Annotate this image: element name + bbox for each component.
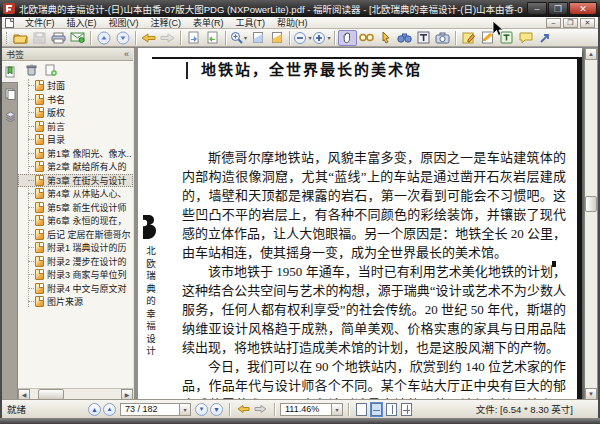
collapse-panel-icon[interactable]: « [124,50,129,59]
fit-visible-icon [271,31,283,44]
back-arrow-icon [141,32,156,44]
page-scan-border-top [152,57,582,59]
toolbar-separator [455,31,456,45]
note-comment-button[interactable] [459,30,478,46]
tab-bookmarks[interactable] [2,61,18,83]
facing-layout-button[interactable] [386,403,397,416]
bookmark-item[interactable]: 前言 [18,120,133,134]
forward-button[interactable] [158,30,177,46]
zoom-level-input[interactable]: 111.46% [280,403,332,416]
page-number-input[interactable]: 73 / 182 [120,403,180,416]
bookmark-item[interactable]: 附录4 中文与原文对 [18,282,133,296]
zoom-out-icon [293,31,307,45]
bookmark-item[interactable]: 书名 [18,93,133,107]
toolbar-separator [334,31,335,45]
forward-view-icon[interactable] [254,404,267,414]
open-folder-icon [13,32,28,44]
bookmark-item[interactable]: 附录1 瑞典设计的历 [18,241,133,255]
back-view-icon[interactable] [237,404,250,414]
previous-view-button[interactable] [94,30,113,46]
bookmark-item[interactable]: 第1章 像阳光、像水.. [18,147,133,161]
last-page-button[interactable]: ▼ [210,403,223,416]
back-button[interactable] [139,30,158,46]
maximize-button[interactable]: ❐ [548,2,568,15]
bookmark-page-icon [35,229,44,240]
print-button[interactable] [49,30,68,46]
select-text-button[interactable] [414,30,433,46]
toolbar-grip [6,32,9,44]
doc-restore-button[interactable]: ❐ [563,18,578,28]
menu-comment[interactable]: 注释(C) [145,16,188,29]
menu-file[interactable]: 文件(F) [19,16,61,29]
delete-bookmark-icon[interactable] [26,64,37,76]
hand-tool-button[interactable] [338,30,357,46]
annotation-marker [552,261,556,267]
bookmark-item[interactable]: 第2章 献给所有人的 [18,160,133,174]
previous-page-button[interactable]: ▴ [103,403,116,416]
magnifier-glasses-button[interactable] [357,30,376,46]
window-frame-left [0,17,2,418]
menu-tools[interactable]: 工具(T) [230,16,272,29]
bookmark-item[interactable]: 第5章 新生代设计师 [18,201,133,215]
select-arrow-icon [380,31,391,44]
previous-view-icon [97,31,111,45]
page-dropdown-icon[interactable]: ▾ [180,403,191,416]
scroll-up-icon[interactable]: ▲ [585,48,597,60]
menu-view[interactable]: 视图(V) [103,16,145,29]
foxit-reader-window: 北欧瑞典的幸福设计-(日)山本由香-07版大图PDG (NXPowerLite)… [0,0,600,424]
bookmark-item[interactable]: 目录 [18,133,133,147]
menu-help[interactable]: 帮助(H) [271,16,314,29]
bookmark-item[interactable]: 版权 [18,106,133,120]
continuous-layout-button[interactable] [371,403,382,416]
fit-visible-button[interactable] [267,30,286,46]
menu-insert[interactable]: 插入(E) [61,16,103,29]
save-icon [33,32,46,44]
scrollbar-thumb[interactable] [585,196,597,212]
bookmark-item[interactable]: 附录2 漫步在设计的 [18,255,133,269]
find-button[interactable] [395,30,414,46]
menu-form[interactable]: 表单(R) [187,16,230,29]
show-comments-button[interactable] [516,30,535,46]
bookmark-item[interactable]: 附录3 商家与单位列 [18,268,133,282]
bookmarks-panel: 封面 书名 版权 前言 目录 第1章 像阳光、像水.. 第2章 献给所有人的 第… [18,61,133,400]
zoom-in-button[interactable]: ▾ [312,30,331,46]
link-tool-button[interactable] [535,30,554,46]
dropdown-caret-icon: ▾ [244,34,247,41]
single-page-layout-button[interactable] [356,403,367,416]
open-folder-button[interactable] [11,30,30,46]
bookmark-item[interactable]: 第4章 从体贴人心、 [18,187,133,201]
bookmark-page-icon [35,134,44,145]
doc-close-button[interactable]: ✕ [580,18,595,28]
continuous-facing-layout-button[interactable] [401,403,412,416]
tab-layers[interactable] [2,105,18,127]
bookmark-page-icon [35,256,44,267]
email-button[interactable] [68,30,87,46]
bookmark-item-selected[interactable]: 第3章 在街头与设计 [18,174,133,188]
first-page-button[interactable]: ▲ [88,403,101,416]
bookmark-item[interactable]: 第6章 永恒的现在， [18,214,133,228]
fit-width-button[interactable] [203,30,222,46]
toolbar-separator [289,31,290,45]
bookmark-item[interactable]: 封面 [18,79,133,93]
minimize-button[interactable]: – [527,2,547,15]
save-button[interactable] [30,30,49,46]
close-button[interactable]: ✕ [569,2,597,15]
next-page-button[interactable]: ▾ [195,403,208,416]
vertical-scrollbar[interactable]: ▲ ▼ [584,48,597,400]
select-annotation-button[interactable] [376,30,395,46]
actual-size-button[interactable] [248,30,267,46]
next-view-button[interactable] [113,30,132,46]
snapshot-button[interactable] [433,30,452,46]
fit-page-button[interactable] [184,30,203,46]
doc-minimize-button[interactable]: – [546,18,561,28]
fit-width-icon [206,31,219,44]
zoom-tool-button[interactable]: ▾ [229,30,248,46]
file-dimensions: 文件: [6.54 * 8.30 英寸] [476,402,593,416]
bookmark-item[interactable]: 图片来源 [18,295,133,309]
zoom-dropdown-icon[interactable]: ▾ [332,403,343,416]
expand-bookmark-icon[interactable] [45,64,57,76]
bookmark-page-icon [35,215,44,226]
zoom-out-button[interactable]: ▾ [293,30,312,46]
tab-pages[interactable] [2,83,18,105]
bookmark-item[interactable]: 后记 定居在斯德哥尔 [18,228,133,242]
